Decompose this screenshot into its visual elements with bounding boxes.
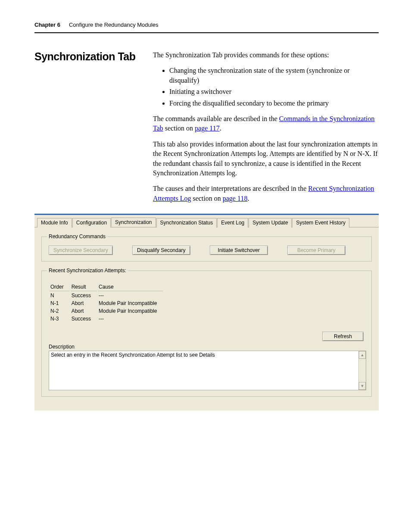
cell-result: Success <box>71 315 97 322</box>
table-row[interactable]: N-3 Success --- <box>50 315 163 322</box>
causes-paragraph: The causes and their interpretations are… <box>153 184 379 203</box>
tab-event-log[interactable]: Event Log <box>217 218 248 227</box>
col-result[interactable]: Result <box>71 283 97 291</box>
cell-order: N-3 <box>50 315 70 322</box>
become-primary-button[interactable]: Become Primary <box>287 246 346 255</box>
cell-cause: Module Pair Incompatible <box>98 308 163 314</box>
table-header-row: Order Result Cause <box>50 283 163 291</box>
redundancy-commands-legend: Redundancy Commands <box>47 233 107 240</box>
scroll-up-icon[interactable]: ▲ <box>359 351 366 359</box>
intro-paragraph: The Synchronization Tab provides command… <box>153 50 379 60</box>
refresh-button[interactable]: Refresh <box>322 332 364 341</box>
table-row[interactable]: N Success --- <box>50 292 163 299</box>
cell-order: N-2 <box>50 308 70 314</box>
tab-module-info[interactable]: Module Info <box>37 218 72 227</box>
cell-order: N-1 <box>50 300 70 307</box>
disqualify-secondary-button[interactable]: Disqualify Secondary <box>132 246 190 255</box>
text-run: The causes and their interpretations are… <box>153 185 308 192</box>
table-row[interactable]: N-1 Abort Module Pair Incompatible <box>50 300 163 307</box>
description-text: Select an entry in the Recent Synchroniz… <box>49 351 358 390</box>
options-list: Changing the synchronization state of th… <box>153 66 379 108</box>
commands-paragraph: The commands available are described in … <box>153 114 379 134</box>
cell-cause: --- <box>98 292 163 299</box>
cell-result: Abort <box>71 300 97 307</box>
redundancy-commands-group: Redundancy Commands Synchronize Secondar… <box>41 233 372 261</box>
cell-order: N <box>50 292 70 299</box>
initiate-switchover-button[interactable]: Initiate Switchover <box>210 246 268 255</box>
cell-cause: Module Pair Incompatible <box>98 300 163 307</box>
scrollbar[interactable]: ▲ ▼ <box>358 351 366 390</box>
list-item: Initiating a switchover <box>169 87 379 96</box>
page-118-link[interactable]: page 118 <box>223 195 248 202</box>
recent-attempts-legend: Recent Synchronization Attempts: <box>47 268 128 274</box>
list-item: Forcing the disqualified secondary to be… <box>169 99 379 108</box>
tab-system-update[interactable]: System Update <box>249 218 292 227</box>
tab-strip: Module Info Configuration Synchronizatio… <box>34 215 379 227</box>
page-117-link[interactable]: page 117 <box>195 124 220 132</box>
cell-result: Success <box>71 292 97 299</box>
section-heading: Synchronization Tab <box>34 50 140 63</box>
scroll-down-icon[interactable]: ▼ <box>359 382 366 390</box>
list-item: Changing the synchronization state of th… <box>169 66 379 85</box>
recent-attempts-group: Recent Synchronization Attempts: Order R… <box>41 268 372 397</box>
tab-system-event-history[interactable]: System Event History <box>292 218 349 227</box>
synchronize-secondary-button[interactable]: Synchronize Secondary <box>49 246 113 255</box>
text-run: section on <box>191 195 222 202</box>
synchronization-tab-screenshot: Module Info Configuration Synchronizatio… <box>34 214 379 411</box>
attempts-table: Order Result Cause N Success --- N-1 Abo… <box>49 282 164 323</box>
tab-synchronization[interactable]: Synchronization <box>111 218 156 227</box>
text-run: . <box>247 195 249 202</box>
description-label: Description <box>49 344 366 350</box>
col-cause[interactable]: Cause <box>98 283 163 291</box>
info-paragraph: This tab also provides information about… <box>153 140 379 178</box>
text-run: The commands available are described in … <box>153 115 279 122</box>
tab-synchronization-status[interactable]: Synchronization Status <box>156 218 217 227</box>
page-header: Chapter 6 Configure the Redundancy Modul… <box>34 22 379 33</box>
text-run: section on <box>163 124 195 132</box>
text-run: . <box>220 124 221 132</box>
description-box: Select an entry in the Recent Synchroniz… <box>49 351 366 390</box>
cell-cause: --- <box>98 315 163 322</box>
tab-configuration[interactable]: Configuration <box>72 218 111 227</box>
table-row[interactable]: N-2 Abort Module Pair Incompatible <box>50 308 163 314</box>
col-order[interactable]: Order <box>50 283 70 291</box>
cell-result: Abort <box>71 308 97 314</box>
chapter-label: Chapter 6 <box>34 22 60 28</box>
chapter-title: Configure the Redundancy Modules <box>69 22 158 28</box>
